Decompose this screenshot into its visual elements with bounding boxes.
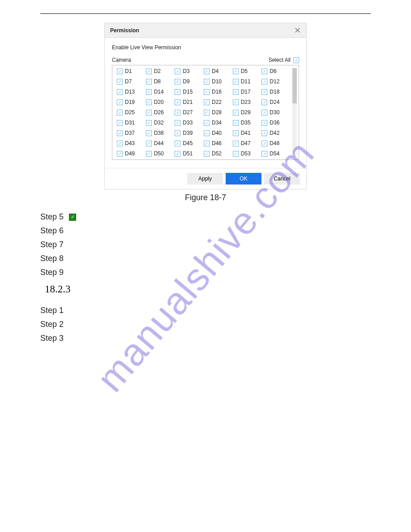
camera-item[interactable]: ✓D14 — [146, 89, 175, 95]
camera-checkbox[interactable]: ✓ — [175, 99, 180, 105]
camera-checkbox[interactable]: ✓ — [204, 69, 210, 74]
camera-checkbox[interactable]: ✓ — [261, 69, 267, 74]
camera-checkbox[interactable]: ✓ — [117, 151, 123, 157]
camera-checkbox[interactable]: ✓ — [204, 151, 210, 157]
camera-checkbox[interactable]: ✓ — [146, 120, 152, 126]
camera-item[interactable]: ✓D37 — [117, 130, 146, 136]
select-all-checkbox[interactable]: ✓ — [293, 57, 299, 63]
camera-item[interactable]: ✓D13 — [117, 89, 146, 95]
camera-item[interactable]: ✓D26 — [146, 109, 175, 116]
camera-checkbox[interactable]: ✓ — [204, 79, 210, 85]
camera-item[interactable]: ✓D23 — [233, 99, 262, 105]
camera-item[interactable]: ✓D36 — [261, 120, 291, 126]
camera-item[interactable]: ✓D24 — [261, 99, 291, 105]
camera-checkbox[interactable]: ✓ — [204, 130, 210, 136]
camera-checkbox[interactable]: ✓ — [261, 99, 267, 105]
camera-checkbox[interactable]: ✓ — [261, 120, 267, 126]
camera-checkbox[interactable]: ✓ — [233, 69, 239, 74]
camera-checkbox[interactable]: ✓ — [175, 79, 180, 85]
camera-checkbox[interactable]: ✓ — [117, 99, 123, 105]
camera-item[interactable]: ✓D52 — [204, 150, 233, 157]
camera-item[interactable]: ✓D46 — [204, 140, 233, 146]
camera-item[interactable]: ✓D31 — [117, 120, 146, 126]
camera-checkbox[interactable]: ✓ — [261, 141, 267, 146]
camera-checkbox[interactable]: ✓ — [146, 69, 152, 74]
camera-checkbox[interactable]: ✓ — [261, 130, 267, 136]
camera-item[interactable]: ✓D28 — [204, 109, 233, 116]
camera-checkbox[interactable]: ✓ — [233, 130, 239, 136]
camera-checkbox[interactable]: ✓ — [233, 120, 239, 126]
camera-checkbox[interactable]: ✓ — [146, 130, 152, 136]
camera-checkbox[interactable]: ✓ — [233, 79, 239, 85]
camera-checkbox[interactable]: ✓ — [175, 130, 180, 136]
camera-item[interactable]: ✓D32 — [146, 120, 175, 126]
camera-item[interactable]: ✓D21 — [175, 99, 204, 105]
camera-item[interactable]: ✓D3 — [175, 68, 204, 74]
camera-item[interactable]: ✓D8 — [146, 78, 175, 85]
camera-checkbox[interactable]: ✓ — [233, 141, 239, 146]
camera-item[interactable]: ✓D47 — [233, 140, 262, 146]
camera-item[interactable]: ✓D19 — [117, 99, 146, 105]
camera-item[interactable]: ✓D35 — [233, 120, 262, 126]
camera-item[interactable]: ✓D15 — [175, 89, 204, 95]
ok-button[interactable]: OK — [226, 173, 261, 184]
camera-item[interactable]: ✓D18 — [261, 89, 291, 95]
camera-checkbox[interactable]: ✓ — [261, 151, 267, 157]
camera-item[interactable]: ✓D4 — [204, 68, 233, 74]
camera-item[interactable]: ✓D50 — [146, 150, 175, 157]
camera-item[interactable]: ✓D20 — [146, 99, 175, 105]
camera-checkbox[interactable]: ✓ — [233, 99, 239, 105]
close-icon[interactable]: ✕ — [294, 26, 301, 34]
camera-checkbox[interactable]: ✓ — [204, 110, 210, 116]
camera-item[interactable]: ✓D44 — [146, 140, 175, 146]
camera-item[interactable]: ✓D12 — [261, 78, 291, 85]
camera-item[interactable]: ✓D29 — [233, 109, 262, 116]
camera-item[interactable]: ✓D40 — [204, 130, 233, 136]
camera-item[interactable]: ✓D17 — [233, 89, 262, 95]
camera-checkbox[interactable]: ✓ — [233, 151, 239, 157]
cancel-button[interactable]: Cancel — [264, 173, 300, 184]
camera-item[interactable]: ✓D11 — [233, 78, 262, 85]
camera-checkbox[interactable]: ✓ — [175, 89, 180, 95]
camera-checkbox[interactable]: ✓ — [117, 69, 123, 74]
apply-button[interactable]: Apply — [187, 173, 223, 184]
camera-item[interactable]: ✓D53 — [233, 150, 262, 157]
camera-item[interactable]: ✓D48 — [261, 140, 291, 146]
camera-checkbox[interactable]: ✓ — [117, 130, 123, 136]
camera-checkbox[interactable]: ✓ — [117, 141, 123, 146]
camera-checkbox[interactable]: ✓ — [204, 120, 210, 126]
camera-checkbox[interactable]: ✓ — [175, 69, 180, 74]
camera-checkbox[interactable]: ✓ — [146, 141, 152, 146]
camera-checkbox[interactable]: ✓ — [117, 110, 123, 116]
camera-checkbox[interactable]: ✓ — [146, 99, 152, 105]
camera-checkbox[interactable]: ✓ — [117, 89, 123, 95]
camera-item[interactable]: ✓D25 — [117, 109, 146, 116]
camera-item[interactable]: ✓D41 — [233, 130, 262, 136]
camera-item[interactable]: ✓D45 — [175, 140, 204, 146]
camera-checkbox[interactable]: ✓ — [233, 89, 239, 95]
camera-checkbox[interactable]: ✓ — [146, 151, 152, 157]
camera-checkbox[interactable]: ✓ — [117, 120, 123, 126]
camera-checkbox[interactable]: ✓ — [146, 89, 152, 95]
camera-item[interactable]: ✓D16 — [204, 89, 233, 95]
camera-item[interactable]: ✓D43 — [117, 140, 146, 146]
camera-checkbox[interactable]: ✓ — [204, 141, 210, 146]
camera-item[interactable]: ✓D5 — [233, 68, 262, 74]
camera-item[interactable]: ✓D2 — [146, 68, 175, 74]
camera-checkbox[interactable]: ✓ — [146, 79, 152, 85]
scrollbar-thumb[interactable] — [292, 68, 297, 103]
camera-item[interactable]: ✓D10 — [204, 78, 233, 85]
camera-checkbox[interactable]: ✓ — [204, 99, 210, 105]
camera-item[interactable]: ✓D51 — [175, 150, 204, 157]
camera-checkbox[interactable]: ✓ — [261, 89, 267, 95]
camera-checkbox[interactable]: ✓ — [175, 110, 180, 116]
camera-item[interactable]: ✓D30 — [261, 109, 291, 116]
camera-item[interactable]: ✓D34 — [204, 120, 233, 126]
scrollbar[interactable] — [292, 68, 297, 157]
select-all[interactable]: Select All ✓ — [269, 57, 299, 63]
camera-item[interactable]: ✓D42 — [261, 130, 291, 136]
camera-checkbox[interactable]: ✓ — [261, 79, 267, 85]
camera-checkbox[interactable]: ✓ — [117, 79, 123, 85]
camera-checkbox[interactable]: ✓ — [175, 120, 180, 126]
camera-item[interactable]: ✓D22 — [204, 99, 233, 105]
